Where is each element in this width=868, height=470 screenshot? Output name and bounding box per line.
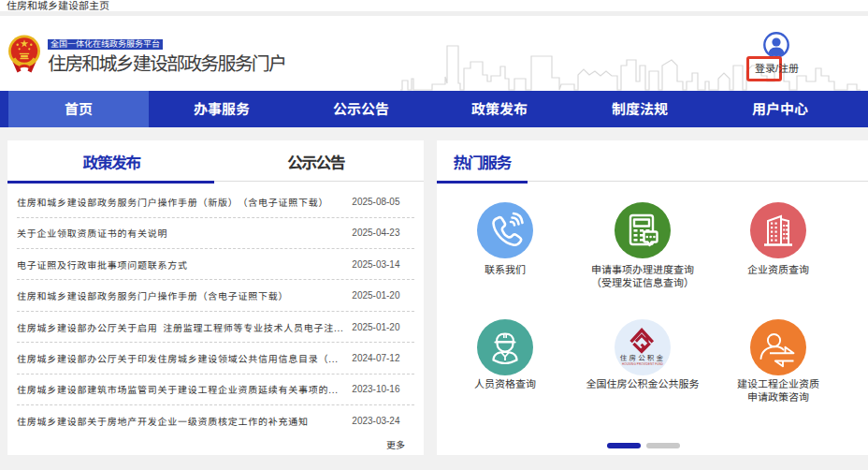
svg-text:HOUSING PROVIDENT FUND: HOUSING PROVIDENT FUND	[622, 362, 664, 366]
